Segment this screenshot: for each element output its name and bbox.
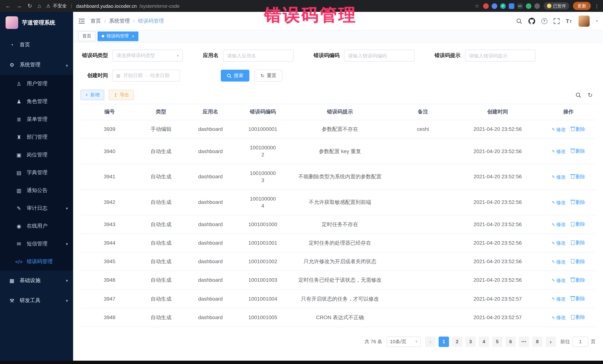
error-message-input[interactable] <box>465 50 535 62</box>
cell-memo <box>392 271 454 289</box>
sidebar-item-online-users[interactable]: ◉在线用户 <box>0 217 73 235</box>
delete-button[interactable]: 删除 <box>571 174 585 180</box>
cell-error-code: 1001001004 <box>238 289 288 308</box>
breadcrumb-system[interactable]: 系统管理 <box>109 18 130 24</box>
page-size-select[interactable]: 10条/页 ▾ <box>387 337 421 347</box>
delete-button[interactable]: 删除 <box>571 295 585 302</box>
export-button[interactable]: ↥ 导出 <box>109 90 134 100</box>
edit-button[interactable]: ✎修改 <box>552 314 566 321</box>
breadcrumb-home[interactable]: 首页 <box>91 18 101 24</box>
logo-row[interactable]: 芋道管理系统 <box>0 12 73 33</box>
delete-button[interactable]: 删除 <box>571 126 585 132</box>
update-button[interactable]: 更新 <box>573 2 591 10</box>
filter-row-1: 错误码类型 请选择错误码类型 ▾ 应用名 错误码编码 <box>81 50 596 62</box>
reload-button[interactable]: ↻ <box>27 3 32 9</box>
sidebar-item-audit-log[interactable]: ✎审计日志▾ <box>0 199 73 217</box>
page-button[interactable]: 3 <box>465 337 476 347</box>
caret-down-icon[interactable]: ▾ <box>596 19 598 23</box>
delete-button[interactable]: 删除 <box>571 199 585 206</box>
sidebar-item-menu-management[interactable]: ≣菜单管理 <box>0 110 73 128</box>
sidebar-item-department-management[interactable]: ♜部门管理 <box>0 128 73 146</box>
tab-home[interactable]: 首页 <box>78 31 95 41</box>
reset-button[interactable]: ↻ 重置 <box>255 70 282 82</box>
extension-red-icon[interactable] <box>483 3 488 9</box>
page-button[interactable]: 5 <box>492 337 502 347</box>
bookmark-star-icon[interactable]: ☆ <box>475 3 479 9</box>
date-range-picker[interactable]: ▦ 开始日期 - 结束日期 <box>112 70 180 82</box>
help-icon[interactable]: ? <box>541 18 547 24</box>
delete-label: 删除 <box>576 221 585 228</box>
address-bar[interactable]: ⚠ 不安全 | dashboard.yudao.iocoder.cn/syste… <box>46 3 180 9</box>
page-button[interactable]: 2 <box>452 337 462 347</box>
next-page-button[interactable]: › <box>545 337 556 347</box>
page-button[interactable]: 1 <box>439 337 449 347</box>
edit-button[interactable]: ✎修改 <box>552 174 566 180</box>
sidebar-item-dev-tools[interactable]: ⚒研发工具▾ <box>0 291 73 311</box>
goto-page-input[interactable] <box>573 337 588 347</box>
header-search-button[interactable] <box>516 18 522 24</box>
github-link[interactable] <box>528 18 535 24</box>
table-row: 3943自动生成dashboard1001001000定时任务不存在2021-0… <box>81 215 596 233</box>
edit-button[interactable]: ✎修改 <box>552 259 566 265</box>
page-button[interactable]: 6 <box>505 337 516 347</box>
back-button[interactable]: ← <box>5 3 11 9</box>
add-button[interactable]: + 新增 <box>81 90 104 100</box>
page-button[interactable]: 8 <box>532 337 543 347</box>
sidebar-item-dict-management[interactable]: ▤字典管理 <box>0 164 73 182</box>
puzzle-extension-icon[interactable] <box>534 3 540 9</box>
refresh-table-button[interactable]: ↻ <box>588 91 593 99</box>
toggle-search-button[interactable] <box>575 92 581 98</box>
fullscreen-button[interactable] <box>554 18 559 24</box>
delete-button[interactable]: 删除 <box>571 314 585 321</box>
sidebar-item-error-code-management[interactable]: </>错误码管理 <box>0 253 73 271</box>
error-type-select[interactable]: 请选择错误码类型 ▾ <box>112 50 183 62</box>
extension-green-icon[interactable] <box>526 3 531 9</box>
sidebar-item-home[interactable]: ◔首页 <box>0 35 73 55</box>
delete-button[interactable]: 删除 <box>571 277 585 283</box>
edit-button[interactable]: ✎修改 <box>552 126 566 133</box>
cell-memo <box>392 215 454 233</box>
search-button[interactable]: 搜索 <box>221 70 249 82</box>
sidebar-item-role-management[interactable]: ♟角色管理 <box>0 93 73 110</box>
sidebar-item-user-management[interactable]: ♙用户管理 <box>0 75 73 93</box>
prev-page-button[interactable]: ‹ <box>425 337 436 347</box>
font-size-icon[interactable]: TT <box>566 18 572 24</box>
extension-dark-icon[interactable]: on <box>517 3 523 9</box>
plus-icon: + <box>85 92 88 98</box>
table-header-row: 编号类型应用名错误码编码错误码提示备注创建时间操作 <box>81 104 596 120</box>
chevron-down-icon: ▾ <box>177 53 179 58</box>
sidebar-item-infrastructure[interactable]: ▦基础设施▾ <box>0 271 73 291</box>
kebab-menu-icon[interactable]: ⋮ <box>594 3 599 9</box>
error-code-input[interactable] <box>344 50 415 62</box>
browser-right-cluster: ☆ Von 已暂停 更新 ⋮ <box>475 2 603 10</box>
sidebar-item-post-management[interactable]: ▣岗位管理 <box>0 146 73 164</box>
home-button[interactable]: ⌂ <box>38 3 41 9</box>
edit-button[interactable]: ✎修改 <box>552 240 566 246</box>
tab-error-code-management[interactable]: 错误码管理 × <box>98 31 139 41</box>
edit-button[interactable]: ✎修改 <box>552 199 566 206</box>
delete-button[interactable]: 删除 <box>571 221 585 228</box>
sidebar-item-system-management[interactable]: ⚙系统管理▴ <box>0 55 73 75</box>
sidebar-toggle-button[interactable] <box>78 18 85 24</box>
edit-button[interactable]: ✎修改 <box>552 296 566 302</box>
avatar[interactable] <box>579 15 590 26</box>
sidebar-item-notice-announcement[interactable]: ▥通知公告 <box>0 182 73 199</box>
paused-badge[interactable]: 已暂停 <box>544 2 569 10</box>
edit-button[interactable]: ✎修改 <box>552 148 566 155</box>
sidebar-item-sms-management[interactable]: ✉短信管理▾ <box>0 235 73 253</box>
extension-teal-icon[interactable]: V <box>500 3 506 9</box>
delete-button[interactable]: 删除 <box>571 258 585 265</box>
app-name-input[interactable] <box>223 50 293 62</box>
pager-ellipsis[interactable]: ••• <box>519 337 529 347</box>
filter-code-group: 错误码编码 <box>313 50 415 62</box>
edit-button[interactable]: ✎修改 <box>552 221 566 228</box>
forward-button[interactable]: → <box>16 3 22 9</box>
delete-button[interactable]: 删除 <box>571 148 585 154</box>
edit-button[interactable]: ✎修改 <box>552 277 566 284</box>
cell-error-message: 定时任务不存在 <box>288 215 392 233</box>
extension-blue-icon[interactable] <box>491 3 497 9</box>
extension-grid-icon[interactable] <box>509 3 514 9</box>
page-button[interactable]: 4 <box>479 337 489 347</box>
close-icon[interactable]: × <box>132 33 134 39</box>
delete-button[interactable]: 删除 <box>571 240 585 246</box>
